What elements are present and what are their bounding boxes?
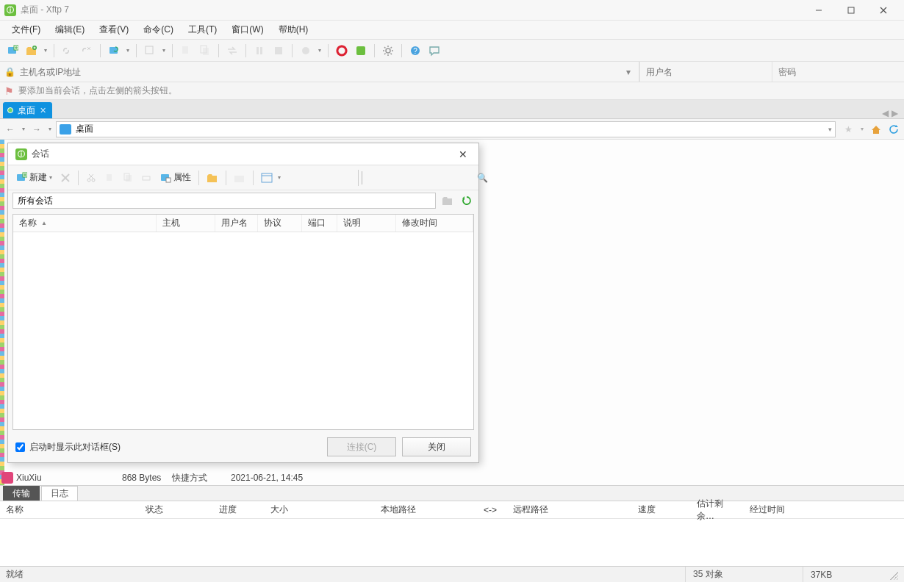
- host-dropdown[interactable]: ▾: [623, 67, 634, 77]
- tcol-name[interactable]: 名称: [0, 503, 140, 516]
- col-name[interactable]: 名称: [13, 215, 157, 232]
- svg-marker-60: [442, 197, 448, 198]
- host-field-wrap: 🔒 ▾: [0, 62, 639, 82]
- dialog-path-input-wrap: [12, 193, 436, 209]
- dialog-search-input[interactable]: [362, 171, 476, 184]
- address-dropdown[interactable]: ▾: [828, 126, 832, 133]
- menu-view[interactable]: 查看(V): [92, 21, 136, 38]
- tab-close-icon[interactable]: ✕: [40, 106, 46, 115]
- col-host[interactable]: 主机: [157, 215, 215, 232]
- reconnect-dropdown[interactable]: ▾: [125, 47, 131, 54]
- reconnect-icon[interactable]: [106, 43, 122, 59]
- help-icon[interactable]: ?: [407, 43, 423, 59]
- dialog-list-body[interactable]: [13, 232, 473, 429]
- tcol-eta[interactable]: 估计剩余…: [691, 498, 744, 523]
- svg-marker-36: [872, 126, 880, 134]
- hint-bar: ⚑ 要添加当前会话，点击左侧的箭头按钮。: [0, 82, 904, 100]
- col-port[interactable]: 端口: [302, 215, 337, 232]
- svg-line-32: [384, 53, 386, 54]
- chat-icon[interactable]: [426, 43, 442, 59]
- menu-tools[interactable]: 工具(T): [181, 21, 224, 38]
- tcol-local[interactable]: 本地路径: [375, 503, 478, 516]
- session-tab-desktop[interactable]: 桌面 ✕: [3, 102, 52, 118]
- minimize-button[interactable]: [803, 0, 835, 21]
- dialog-session-list[interactable]: 名称 主机 用户名 协议 端口 说明 修改时间: [12, 214, 474, 430]
- svg-point-45: [92, 179, 95, 182]
- svg-rect-16: [146, 46, 153, 54]
- svg-rect-53: [166, 178, 171, 182]
- col-desc[interactable]: 说明: [337, 215, 396, 232]
- address-input[interactable]: [76, 124, 828, 135]
- open-session-dropdown[interactable]: ▾: [43, 47, 49, 54]
- menu-file[interactable]: 文件(F): [4, 21, 48, 38]
- tcol-progress[interactable]: 进度: [213, 503, 265, 516]
- col-user[interactable]: 用户名: [215, 215, 258, 232]
- flag-icon: ⚑: [4, 85, 14, 97]
- new-session-label: 新建: [29, 171, 47, 184]
- refresh-icon[interactable]: [886, 122, 901, 137]
- svg-rect-20: [257, 47, 259, 54]
- transfer-body[interactable]: [0, 519, 904, 566]
- svg-rect-57: [262, 173, 272, 182]
- svg-point-25: [386, 49, 390, 53]
- dialog-path-input[interactable]: [18, 196, 431, 206]
- tcol-status[interactable]: 状态: [140, 503, 213, 516]
- username-input[interactable]: [646, 67, 766, 77]
- col-modified[interactable]: 修改时间: [396, 215, 473, 232]
- startup-checkbox[interactable]: 启动时显示此对话框(S): [15, 441, 121, 453]
- nav-back-dropdown[interactable]: ▾: [20, 122, 27, 137]
- startup-checkbox-input[interactable]: [15, 442, 25, 452]
- maximize-button[interactable]: [835, 0, 867, 21]
- tab-log[interactable]: 日志: [41, 486, 78, 501]
- host-input[interactable]: [20, 67, 623, 77]
- nav-back-icon[interactable]: ←: [3, 122, 18, 137]
- startup-checkbox-label: 启动时显示此对话框(S): [29, 441, 121, 453]
- dialog-search-icon[interactable]: 🔍: [476, 173, 489, 183]
- tcol-speed[interactable]: 速度: [632, 503, 691, 516]
- favorite-icon[interactable]: ★: [841, 122, 855, 137]
- status-ready: 就绪: [6, 567, 31, 582]
- password-input[interactable]: [778, 67, 898, 77]
- nav-forward-dropdown[interactable]: ▾: [46, 122, 54, 137]
- file-list-row[interactable]: XiuXiu 868 Bytes 快捷方式 2021-06-21, 14:45: [0, 470, 348, 485]
- dialog-view-icon[interactable]: [258, 169, 276, 187]
- xftp-icon[interactable]: [353, 43, 369, 59]
- nav-forward-icon[interactable]: →: [29, 122, 44, 137]
- menu-command[interactable]: 命令(C): [136, 21, 181, 38]
- menu-help[interactable]: 帮助(H): [271, 21, 316, 38]
- tcol-size[interactable]: 大小: [265, 503, 375, 516]
- tcol-dir[interactable]: <->: [478, 505, 507, 515]
- settings-icon[interactable]: [380, 43, 396, 59]
- dialog-view-dropdown[interactable]: ▾: [278, 174, 281, 181]
- dialog-properties-button[interactable]: 属性: [157, 169, 194, 187]
- file-name: XiuXiu: [16, 473, 122, 483]
- open-session-icon[interactable]: [24, 43, 40, 59]
- dialog-open-folder-icon[interactable]: [204, 169, 221, 187]
- new-session-icon[interactable]: [4, 43, 21, 59]
- menu-edit[interactable]: 编辑(E): [48, 21, 92, 38]
- tabs-next-icon[interactable]: ▶: [892, 108, 898, 118]
- svg-rect-21: [260, 47, 262, 54]
- transfer-tabs: 传输 日志: [0, 485, 904, 501]
- favorite-dropdown[interactable]: ▾: [858, 122, 866, 137]
- close-button[interactable]: [867, 0, 900, 21]
- swirl-icon[interactable]: [334, 43, 350, 59]
- svg-line-33: [391, 47, 392, 49]
- dialog-close-icon[interactable]: ✕: [455, 146, 471, 162]
- tcol-elapsed[interactable]: 经过时间: [744, 503, 904, 516]
- stop-icon: [270, 43, 287, 59]
- dialog-up-folder-icon[interactable]: [440, 193, 455, 208]
- dialog-refresh-icon[interactable]: [459, 193, 474, 208]
- home-icon[interactable]: [869, 122, 883, 137]
- svg-rect-24: [356, 46, 365, 55]
- sessions-dialog: ⓘ 会话 ✕ 新建 ▾ 属性 ▾: [7, 143, 479, 463]
- tab-transfer[interactable]: 传输: [3, 486, 40, 501]
- svg-point-23: [302, 47, 309, 54]
- new-session-button[interactable]: 新建 ▾: [12, 169, 55, 187]
- tcol-remote[interactable]: 远程路径: [507, 503, 632, 516]
- close-dialog-button[interactable]: 关闭: [402, 437, 471, 456]
- menu-window[interactable]: 窗口(W): [224, 21, 270, 38]
- col-protocol[interactable]: 协议: [258, 215, 302, 232]
- resize-grip-icon[interactable]: [888, 570, 898, 580]
- tabs-prev-icon[interactable]: ◀: [882, 108, 889, 118]
